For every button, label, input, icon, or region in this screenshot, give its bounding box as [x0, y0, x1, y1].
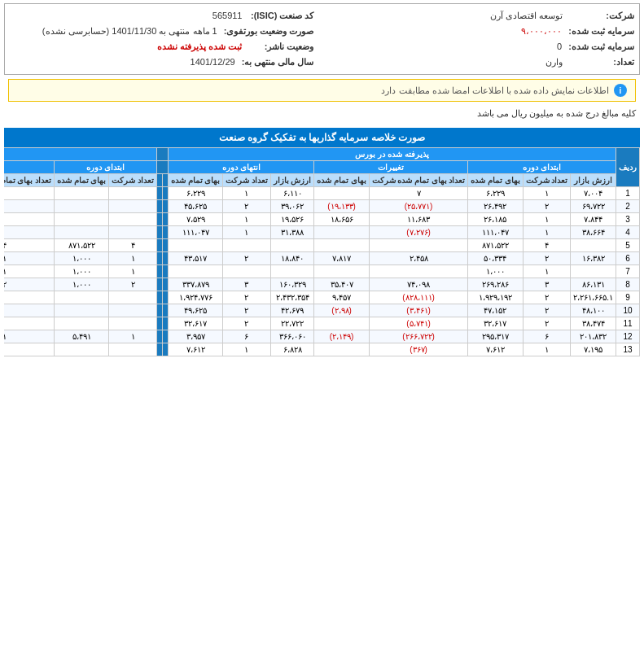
cell-b-init-cost: ۱۱۱،۰۴۷ [468, 226, 523, 239]
cell-b-end-cnt: ۶ [223, 330, 271, 343]
cell-b-chg-cost: ۳۵،۴۰۷ [314, 278, 369, 291]
cell-div1b [156, 304, 162, 317]
note-row: کلیه مبالغ درج شده به میلیون ریال می باش… [0, 106, 644, 121]
investment-table: ردیف پذیرفته شده در بورس خارج از بورس جم… [4, 147, 640, 356]
cell-div1b [156, 213, 162, 226]
cell-seq: 11 [616, 317, 640, 330]
cell-b-init-mv: ۸۶،۱۳۱ [571, 278, 616, 291]
cell-b-end-cost: ۴۹،۶۲۵ [168, 304, 222, 317]
cell-b-end-mv: ۴۲،۶۷۹ [270, 304, 314, 317]
cell-b-end-cnt: ۱ [223, 343, 271, 356]
cell-b-init-cost: ۵۰،۳۳۴ [468, 252, 523, 265]
cell-seq: 9 [616, 291, 640, 304]
cell-b-chg-cost [314, 317, 369, 330]
b-end-cost: بهای تمام شده [168, 174, 222, 187]
cell-seq: 5 [616, 239, 640, 252]
cell-b-init-mv: ۷،۱۹۵ [571, 343, 616, 356]
cell-b-init-mv: ۶۹،۷۲۲ [571, 200, 616, 213]
cell-b-end-cnt: ۲ [223, 291, 271, 304]
col-seq-header: ردیف [616, 148, 640, 187]
cell-b-end-cnt [223, 239, 271, 252]
main-table-container: صورت خلاصه سرمایه گذاریها به تفکیک گروه … [4, 128, 640, 356]
cell-div1b [156, 343, 162, 356]
cell-b-chg-cost: ۹،۴۵۷ [314, 291, 369, 304]
label-capital-reg2: سرمایه ثبت شده: [568, 42, 634, 52]
cell-b-chg-cnt [369, 239, 468, 252]
cell-b-end-cnt: ۲ [223, 200, 271, 213]
cell-o-chg-cnt: ۱ [4, 252, 54, 265]
cell-b-chg-cnt: (۸۲۸،۱۱۱) [369, 291, 468, 304]
cell-b-init-cnt: ۴ [523, 239, 571, 252]
cell-div1b [156, 252, 162, 265]
cell-b-end-mv: ۱۶۰،۳۲۹ [270, 278, 314, 291]
cell-o-chg-cnt: ۱ [4, 265, 54, 278]
cell-o-chg-cnt [4, 226, 54, 239]
cell-b-init-cost: ۲۶،۴۹۲ [468, 200, 523, 213]
cell-div1b [156, 265, 162, 278]
cell-b-init-cost: ۸۷۱،۵۲۲ [468, 239, 523, 252]
cell-o-chg-cnt [4, 187, 54, 200]
cell-b-chg-cost [314, 343, 369, 356]
cell-b-end-cost: ۶،۲۲۹ [168, 187, 222, 200]
cell-seq: 3 [616, 213, 640, 226]
cell-b-end-cost: ۱،۹۲۴،۷۷۶ [168, 291, 222, 304]
cell-b-chg-cnt: ۱۱،۶۸۳ [369, 213, 468, 226]
cell-div1a [162, 239, 168, 252]
cell-o-chg-cnt [4, 291, 54, 304]
cell-b-init-cost: ۷،۶۱۲ [468, 343, 523, 356]
cell-b-init-cost: ۶،۲۲۹ [468, 187, 523, 200]
cell-b-init-cnt: ۱ [523, 213, 571, 226]
cell-b-init-cnt: ۱ [523, 187, 571, 200]
cell-div1a [162, 304, 168, 317]
cell-b-chg-cost [314, 239, 369, 252]
cell-b-chg-cnt: ۲،۴۵۸ [369, 252, 468, 265]
cell-b-chg-cnt: (۳،۴۶۱) [369, 304, 468, 317]
cell-o-init-cost [54, 200, 108, 213]
cell-b-end-cost: ۴۳،۵۱۷ [168, 252, 222, 265]
value-report-date: 1 ماهه منتهی به 1401/11/30 (حسابرسی نشده… [42, 26, 217, 37]
cell-b-end-cnt: ۲ [223, 252, 271, 265]
o-init-cost: بهای تمام شده [54, 174, 108, 187]
cell-div1a [162, 317, 168, 330]
cell-b-init-cost: ۲۶۹،۲۸۶ [468, 278, 523, 291]
cell-seq: 4 [616, 226, 640, 239]
cell-b-end-cnt [223, 265, 271, 278]
cell-div1b [156, 187, 162, 200]
cell-seq: 6 [616, 252, 640, 265]
info-bar-text: اطلاعات نمایش داده شده با اطلاعات امضا ش… [381, 85, 609, 96]
cell-div1a [162, 200, 168, 213]
cell-b-chg-cost: (۲،۹۸) [314, 304, 369, 317]
b-chg-cost: بهای تمام شده [314, 174, 369, 187]
cell-b-init-mv: ۴۸،۱۰۰ [571, 304, 616, 317]
cell-b-chg-cnt: (۳۶۷) [369, 343, 468, 356]
o-chg-count: تعداد بهای تمام شده شرکت [4, 174, 54, 187]
cell-b-end-cost: ۱۱۱،۰۴۷ [168, 226, 222, 239]
cell-seq: 8 [616, 278, 640, 291]
cell-seq: 13 [616, 343, 640, 356]
value-company: توسعه اقتصادی آرن [490, 11, 563, 21]
cell-div1b [156, 226, 162, 239]
out-init-period: ابتدای دوره [54, 161, 156, 174]
cell-o-init-cnt [109, 317, 157, 330]
cell-b-init-cnt: ۲ [523, 291, 571, 304]
cell-div1a [162, 278, 168, 291]
value-status: ثبت شده پذیرفته نشده [157, 42, 242, 52]
cell-b-init-mv: ۱۶،۳۸۲ [571, 252, 616, 265]
cell-div1b [156, 330, 162, 343]
cell-b-init-cnt: ۱ [523, 343, 571, 356]
cell-o-init-cost [54, 213, 108, 226]
cell-b-init-cost: ۳۲،۶۱۷ [468, 317, 523, 330]
cell-b-init-cnt: ۳ [523, 278, 571, 291]
cell-b-chg-cnt [369, 265, 468, 278]
cell-b-end-mv: ۱۸،۸۴۰ [270, 252, 314, 265]
cell-b-chg-cost [314, 187, 369, 200]
cell-b-end-mv: ۳۱،۳۸۸ [270, 226, 314, 239]
info-icon: i [614, 84, 627, 97]
cell-seq: 1 [616, 187, 640, 200]
cell-b-end-cnt: ۲ [223, 317, 271, 330]
cell-b-chg-cost: ۷،۸۱۷ [314, 252, 369, 265]
cell-b-end-mv: ۳۹،۰۶۲ [270, 200, 314, 213]
b-end-market-val: ارزش بازار [270, 174, 314, 187]
cell-div1a [162, 252, 168, 265]
cell-b-end-mv: ۱۹،۵۲۶ [270, 213, 314, 226]
